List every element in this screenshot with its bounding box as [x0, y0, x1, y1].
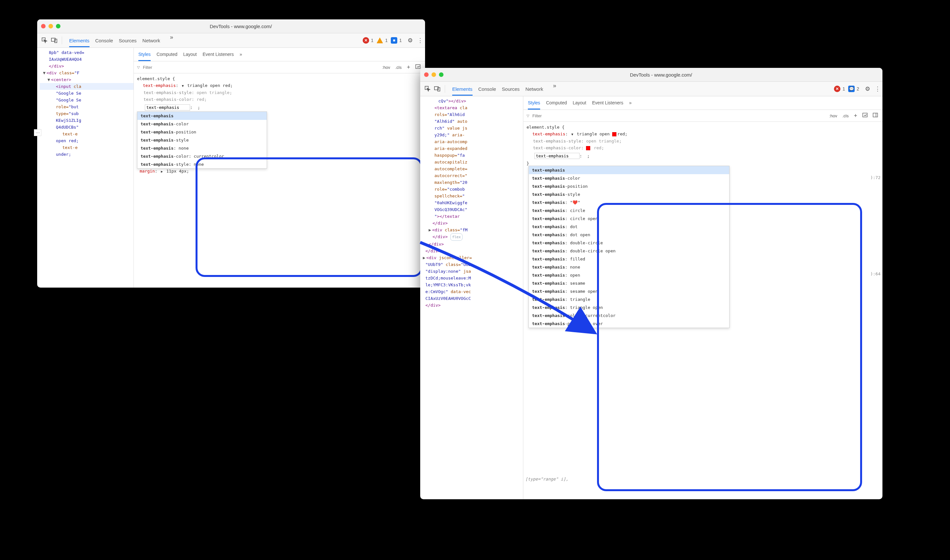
sidebar-toggle-icon[interactable] [871, 112, 879, 120]
main-toolbar: Elements Console Sources Network » ✕1 💬2… [420, 82, 882, 96]
hov-toggle[interactable]: :hov [381, 63, 391, 71]
close-icon[interactable] [41, 24, 46, 28]
ac-item[interactable]: text-emphasis: dot [529, 223, 729, 231]
cls-toggle[interactable]: .cls [394, 63, 403, 71]
overflow-tooltip: ⋯ [34, 129, 42, 136]
subtab-computed[interactable]: Computed [157, 48, 177, 61]
svg-rect-6 [438, 88, 440, 91]
messages-count: 2 [856, 86, 859, 91]
property-input[interactable] [145, 105, 190, 111]
ac-item[interactable]: text-emphasis-position [137, 128, 267, 136]
tab-sources[interactable]: Sources [502, 82, 520, 95]
tab-network[interactable]: Network [143, 34, 160, 47]
subtab-layout[interactable]: Layout [183, 48, 197, 61]
ac-item[interactable]: text-emphasis-style [529, 190, 729, 198]
minimize-icon[interactable] [48, 24, 53, 28]
ac-item[interactable]: text-emphasis [137, 112, 267, 120]
autocomplete-popup: text-emphasis text-emphasis-color text-e… [137, 111, 267, 169]
css-rules[interactable]: element.style { text-emphasis: ▼ triangl… [134, 73, 425, 120]
filter-icon [527, 112, 529, 119]
messages-badge-icon[interactable]: 💬 [848, 86, 855, 92]
maximize-icon[interactable] [439, 72, 443, 77]
computed-pane-icon[interactable] [861, 112, 869, 120]
settings-gear-icon[interactable]: ⚙ [865, 85, 870, 92]
inspect-icon[interactable] [41, 37, 48, 44]
tab-console[interactable]: Console [95, 34, 113, 47]
kebab-menu-icon[interactable]: ⋮ [875, 85, 880, 92]
subtab-computed[interactable]: Computed [546, 96, 567, 109]
tab-elements[interactable]: Elements [452, 82, 473, 95]
maximize-icon[interactable] [56, 24, 60, 28]
error-count: 1 [371, 38, 374, 43]
ac-item[interactable]: text-emphasis-style: none [137, 160, 267, 168]
svg-rect-2 [55, 39, 57, 43]
new-rule-icon[interactable]: + [405, 63, 411, 71]
issues-count: 1 [399, 38, 402, 43]
window-title: DevTools - www.google.com/ [60, 24, 421, 29]
titlebar: DevTools - www.google.com/ [37, 19, 425, 33]
ac-item[interactable]: text-emphasis: circle open [529, 215, 729, 223]
close-icon[interactable] [424, 72, 429, 77]
svg-rect-8 [873, 113, 878, 117]
ac-item[interactable]: text-emphasis: circle [529, 206, 729, 215]
inspect-icon[interactable] [424, 85, 431, 92]
titlebar: DevTools - www.google.com/ [420, 68, 882, 82]
filter-input[interactable] [532, 113, 825, 118]
ac-item[interactable]: text-emphasis: "❤️" [529, 198, 729, 206]
device-toggle-icon[interactable] [434, 85, 441, 92]
tab-network[interactable]: Network [526, 82, 544, 95]
property-input[interactable] [534, 153, 580, 159]
ac-item[interactable]: text-emphasis-color [137, 120, 267, 128]
subtab-more-icon[interactable]: » [629, 96, 631, 109]
ac-item[interactable]: text-emphasis-style [137, 136, 267, 144]
ac-item[interactable]: text-emphasis-color: currentcolor [137, 152, 267, 160]
filter-input[interactable] [142, 65, 378, 70]
tab-elements[interactable]: Elements [69, 34, 89, 47]
error-count: 1 [842, 86, 845, 91]
line-ref[interactable]: ):64 [870, 271, 881, 277]
subtab-styles[interactable]: Styles [528, 96, 540, 109]
subtab-listeners[interactable]: Event Listeners [592, 96, 624, 109]
settings-gear-icon[interactable]: ⚙ [408, 37, 413, 44]
issues-badge-icon[interactable]: ■ [391, 37, 397, 44]
error-badge-icon[interactable]: ✕ [363, 37, 369, 44]
tab-console[interactable]: Console [478, 82, 496, 95]
kebab-menu-icon[interactable]: ⋮ [417, 37, 422, 44]
line-ref[interactable]: ):72 [870, 174, 881, 181]
more-tabs-icon[interactable]: » [553, 82, 556, 95]
subtab-styles[interactable]: Styles [139, 48, 151, 61]
arrow-annotation-icon [417, 236, 611, 349]
filter-icon [137, 64, 140, 71]
ac-item[interactable]: text-emphasis [529, 166, 729, 174]
cls-toggle[interactable]: .cls [841, 112, 850, 120]
panel-tabs: Elements Console Sources Network » [69, 34, 173, 47]
rule-note: [type="range" i], [525, 476, 568, 482]
hov-toggle[interactable]: :hov [828, 112, 839, 120]
subtab-more-icon[interactable]: » [240, 48, 242, 61]
styles-pane: Styles Computed Layout Event Listeners »… [134, 48, 425, 288]
subtab-layout[interactable]: Layout [573, 96, 587, 109]
main-toolbar: Elements Console Sources Network » ✕1 1 … [37, 33, 425, 48]
window-title: DevTools - www.google.com/ [443, 72, 879, 78]
device-toggle-icon[interactable] [51, 37, 58, 44]
new-rule-icon[interactable]: + [852, 112, 859, 120]
color-swatch-icon[interactable] [612, 132, 616, 136]
error-badge-icon[interactable]: ✕ [834, 86, 841, 92]
minimize-icon[interactable] [431, 72, 436, 77]
panel-tabs: Elements Console Sources Network » [452, 82, 556, 95]
ac-item[interactable]: text-emphasis-position [529, 182, 729, 190]
devtools-window-1: DevTools - www.google.com/ Elements Cons… [37, 19, 425, 288]
color-swatch-icon[interactable] [586, 146, 590, 150]
ac-item[interactable]: text-emphasis-color [529, 174, 729, 182]
warning-badge-icon[interactable] [377, 37, 383, 43]
ac-item[interactable]: text-emphasis: none [137, 144, 267, 152]
warning-count: 1 [385, 38, 388, 43]
dom-tree[interactable]: 8pb" data-ved= IAxUqWUEAHQU4 </div> ▼<di… [37, 48, 134, 288]
tab-sources[interactable]: Sources [119, 34, 137, 47]
more-tabs-icon[interactable]: » [170, 34, 173, 47]
subtab-listeners[interactable]: Event Listeners [203, 48, 234, 61]
